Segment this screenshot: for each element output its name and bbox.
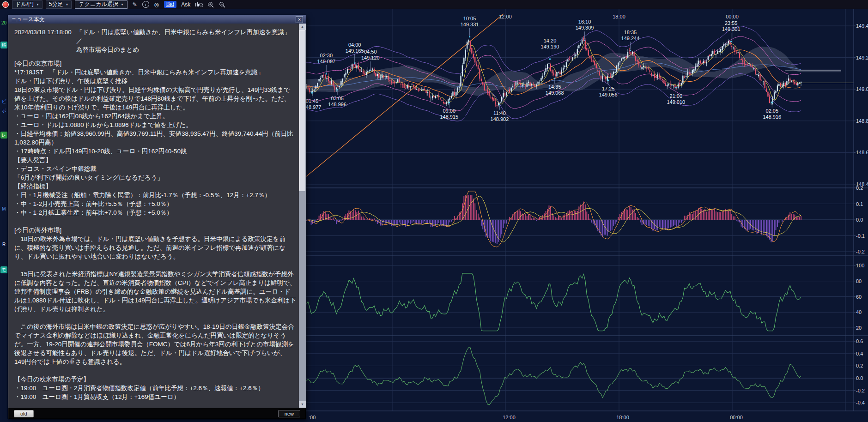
- old-button[interactable]: old: [14, 410, 34, 417]
- news-content: 2024/03/18 17:18:00 「ドル・円は底堅い値動きか、日米中銀にら…: [8, 24, 299, 408]
- svg-text:03:05: 03:05: [331, 96, 344, 101]
- news-scrollbar[interactable]: ▲ ▼: [299, 24, 306, 408]
- svg-text:149.331: 149.331: [461, 22, 479, 27]
- chevron-down-icon: ▼: [36, 3, 39, 6]
- time-label-top: 12:00: [499, 14, 512, 19]
- svg-text:02:05: 02:05: [766, 108, 779, 114]
- svg-text:10:05: 10:05: [463, 16, 476, 21]
- currency-pair-select[interactable]: ドル/円 ▼: [12, 0, 42, 9]
- svg-text:148.915: 148.915: [440, 114, 458, 120]
- scroll-down-icon[interactable]: ▼: [299, 401, 306, 408]
- svg-text:18:35: 18:35: [624, 30, 637, 35]
- svg-text:0.0: 0.0: [856, 217, 863, 223]
- svg-text:80: 80: [856, 278, 862, 284]
- sidebar-item[interactable]: 20: [0, 19, 7, 26]
- sidebar-item[interactable]: ピ: [0, 98, 7, 105]
- svg-text:11:40: 11:40: [493, 110, 506, 116]
- news-window-title: ニュース本文: [11, 16, 45, 24]
- target-icon[interactable]: ◎: [152, 1, 161, 8]
- sidebar-item[interactable]: モ: [0, 266, 7, 273]
- svg-text:23:55: 23:55: [725, 20, 738, 26]
- info-icon[interactable]: i: [142, 1, 149, 8]
- zoom-in-icon[interactable]: [206, 1, 215, 8]
- news-headline: 「ドル・円は底堅い値動きか、日米中銀にらみも米インフレ再加速を意識」／為替市場今…: [76, 28, 296, 54]
- svg-text:02:30: 02:30: [320, 53, 333, 58]
- chart-zoom-icon[interactable]: [195, 1, 203, 8]
- sidebar-item[interactable]: R: [0, 241, 7, 248]
- svg-text:-0.2: -0.2: [856, 249, 865, 254]
- scrollbar-thumb[interactable]: [299, 30, 305, 191]
- svg-text:149.010: 149.010: [667, 99, 685, 105]
- svg-text:16:10: 16:10: [578, 19, 591, 24]
- svg-text:149.120: 149.120: [361, 55, 380, 60]
- news-window: ニュース本文 × 2024/03/18 17:18:00 「ドル・円は底堅い値動…: [8, 15, 306, 419]
- svg-text:148.80: 148.80: [856, 118, 868, 124]
- svg-text:09:00: 09:00: [443, 108, 456, 114]
- svg-text:149.097: 149.097: [317, 59, 335, 64]
- sidebar-item[interactable]: レ: [0, 132, 7, 139]
- left-sidebar: 20移ピボレMRモ: [0, 9, 8, 422]
- scroll-up-icon[interactable]: ▲: [299, 24, 306, 30]
- svg-text:21:00: 21:00: [670, 93, 683, 99]
- timeframe-select[interactable]: 5分足 ▼: [46, 0, 72, 9]
- time-label-bottom: 00:00: [730, 415, 743, 420]
- svg-text:100: 100: [856, 263, 864, 268]
- technical-select-button[interactable]: テクニカル選択 ▼: [75, 0, 127, 9]
- svg-text:149.00: 149.00: [856, 86, 868, 92]
- svg-text:04:50: 04:50: [364, 49, 377, 54]
- svg-text:-0.4: -0.4: [856, 400, 865, 405]
- pencil-icon[interactable]: ✎: [131, 1, 139, 8]
- time-label-top: 18:00: [613, 14, 625, 19]
- svg-text:148.916: 148.916: [763, 114, 781, 120]
- news-header: 2024/03/18 17:18:00 「ドル・円は底堅い値動きか、日米中銀にら…: [14, 28, 296, 54]
- chevron-down-icon: ▼: [66, 3, 69, 6]
- timeframe-label: 5分足: [49, 0, 63, 8]
- new-button[interactable]: new: [278, 410, 300, 417]
- sidebar-item[interactable]: M: [0, 205, 7, 212]
- news-body-text: [今日の東京市場] *17:18JST 「ドル・円は底堅い値動きか、日米中銀にら…: [14, 59, 296, 401]
- sidebar-item[interactable]: 移: [0, 42, 7, 48]
- bid-button[interactable]: Bid: [164, 1, 176, 8]
- svg-text:148.60: 148.60: [856, 150, 868, 155]
- zoom-out-icon[interactable]: [218, 1, 226, 8]
- time-label-bottom: 12:00: [503, 415, 516, 420]
- news-datetime: 2024/03/18 17:18:00: [14, 28, 72, 54]
- svg-text:60: 60: [856, 294, 862, 300]
- svg-text:04:00: 04:00: [348, 42, 361, 48]
- svg-text:14:20: 14:20: [544, 38, 557, 43]
- svg-text:01:45: 01:45: [306, 98, 319, 104]
- svg-text:0.2: 0.2: [856, 185, 863, 191]
- time-label-bottom: 18:00: [616, 415, 629, 420]
- svg-text:148.902: 148.902: [491, 116, 509, 122]
- currency-pair-label: ドル/円: [15, 0, 34, 8]
- svg-text:149.40: 149.40: [856, 23, 868, 29]
- trading-app: ドル/円 ▼ 5分足 ▼ テクニカル選択 ▼ ✎ i ◎ Bid Ask 20移…: [0, 0, 868, 422]
- toolbar: ドル/円 ▼ 5分足 ▼ テクニカル選択 ▼ ✎ i ◎ Bid Ask: [0, 0, 868, 9]
- svg-text:149.190: 149.190: [541, 44, 559, 49]
- svg-text:0.6: 0.6: [856, 338, 863, 344]
- svg-text:149.309: 149.309: [576, 25, 594, 30]
- svg-text:40: 40: [856, 309, 862, 315]
- svg-text:20: 20: [856, 325, 862, 331]
- news-footer: old new: [8, 408, 306, 419]
- svg-text:-0.1: -0.1: [856, 233, 865, 239]
- time-label-bottom: :00: [309, 415, 316, 420]
- svg-text:0.4: 0.4: [856, 351, 863, 356]
- svg-text:149.244: 149.244: [621, 36, 640, 41]
- time-label-top: 00:00: [726, 14, 739, 19]
- close-icon[interactable]: ×: [296, 16, 303, 23]
- svg-text:149.056: 149.056: [599, 92, 618, 97]
- ask-button[interactable]: Ask: [180, 1, 192, 8]
- technical-select-label: テクニカル選択: [79, 0, 118, 8]
- app-logo-icon: [2, 1, 9, 8]
- svg-text:149.068: 149.068: [546, 90, 564, 96]
- svg-text:0.1: 0.1: [856, 201, 863, 207]
- svg-text:149.301: 149.301: [722, 26, 741, 32]
- svg-text:14:35: 14:35: [548, 84, 561, 90]
- svg-text:0.0: 0.0: [856, 375, 863, 381]
- svg-text:-0.2: -0.2: [856, 388, 865, 393]
- svg-text:148.996: 148.996: [328, 102, 346, 107]
- svg-text:17:25: 17:25: [602, 86, 615, 91]
- sidebar-item[interactable]: ボ: [0, 107, 7, 114]
- news-window-titlebar[interactable]: ニュース本文 ×: [8, 15, 306, 24]
